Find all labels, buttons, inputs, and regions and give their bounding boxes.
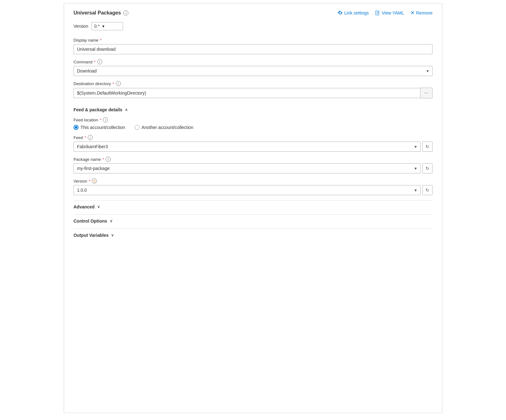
output-variables-chevron-icon: ∨ (111, 233, 114, 237)
command-group: Command * i Download Publish ▾ (74, 59, 432, 76)
version-value: 0.* (94, 24, 100, 29)
feed-location-another-account[interactable]: Another account/collection (135, 125, 193, 130)
package-version-refresh-icon: ↻ (426, 188, 429, 193)
remove-button[interactable]: ✕ Remove (410, 10, 432, 16)
feed-package-details-section-header[interactable]: Feed & package details ∧ (74, 103, 432, 116)
link-settings-button[interactable]: Link settings (338, 10, 369, 15)
control-options-label: Control Options (74, 219, 107, 224)
destination-directory-browse-button[interactable]: ··· (420, 88, 432, 98)
feed-refresh-icon: ↻ (426, 144, 429, 149)
output-variables-label: Output Variables (74, 233, 109, 238)
header-actions: Link settings View YAML ✕ Remove (338, 10, 432, 16)
view-yaml-button[interactable]: View YAML (375, 10, 404, 15)
package-name-refresh-button[interactable]: ↻ (422, 163, 432, 173)
dest-dir-info-icon[interactable]: i (116, 81, 121, 86)
feed-location-group: Feed location * i This account/collectio… (74, 117, 432, 130)
feed-package-details-label: Feed & package details (74, 107, 122, 112)
package-version-group: Version * ⚠ 1.0.0 ▾ ↻ (74, 178, 432, 195)
view-yaml-label: View YAML (382, 10, 404, 15)
package-version-row: 1.0.0 ▾ ↻ (74, 185, 432, 195)
destination-directory-label: Destination directory * i (74, 81, 432, 86)
feed-select[interactable]: FabrikamFiber3 (74, 142, 421, 152)
feed-location-another-account-radio[interactable] (135, 125, 140, 130)
output-variables-section-header[interactable]: Output Variables ∨ (74, 229, 432, 242)
command-select-wrapper: Download Publish ▾ (74, 66, 432, 76)
version-row-label: Version (74, 24, 88, 29)
advanced-label: Advanced (74, 204, 95, 209)
control-options-section-header[interactable]: Control Options ∨ (74, 214, 432, 227)
package-name-select-wrapper: my-first-package ▾ (74, 163, 421, 173)
link-settings-label: Link settings (344, 10, 369, 15)
display-name-group: Display name * (74, 38, 432, 54)
remove-label: Remove (416, 10, 432, 15)
package-version-refresh-button[interactable]: ↻ (422, 185, 432, 195)
display-name-label: Display name * (74, 38, 432, 43)
package-version-label: Version * ⚠ (74, 178, 432, 184)
package-name-row: my-first-package ▾ ↻ (74, 163, 432, 173)
version-select[interactable]: 0.* ▾ (91, 22, 123, 30)
feed-location-label: Feed location * i (74, 117, 432, 122)
title-info-icon[interactable]: i (123, 10, 128, 15)
package-version-select-wrapper: 1.0.0 ▾ (74, 185, 421, 195)
feed-location-this-account-label: This account/collection (80, 125, 125, 130)
control-options-chevron-icon: ∨ (110, 219, 113, 223)
feed-location-another-account-label: Another account/collection (142, 125, 193, 130)
package-name-label: Package name * i (74, 157, 432, 162)
command-info-icon[interactable]: i (97, 59, 102, 64)
destination-directory-input[interactable] (74, 88, 420, 98)
feed-group: Feed * i FabrikamFiber3 ▾ ↻ (74, 135, 432, 152)
advanced-section-header[interactable]: Advanced ∨ (74, 200, 432, 213)
dest-dir-required: * (113, 81, 114, 86)
advanced-chevron-icon: ∨ (97, 205, 100, 209)
package-name-select[interactable]: my-first-package (74, 163, 421, 173)
package-name-required: * (103, 157, 104, 162)
remove-x-icon: ✕ (410, 10, 415, 16)
package-name-group: Package name * i my-first-package ▾ ↻ (74, 157, 432, 173)
ellipsis-icon: ··· (424, 90, 428, 96)
display-name-required: * (100, 38, 102, 43)
page-title: Universal Packages (74, 10, 121, 16)
version-row: Version 0.* ▾ (74, 22, 432, 30)
link-icon (338, 10, 343, 15)
feed-location-this-account-dot (75, 126, 77, 129)
version-chevron-icon: ▾ (102, 24, 104, 29)
command-select[interactable]: Download Publish (74, 66, 432, 76)
feed-row: FabrikamFiber3 ▾ ↻ (74, 142, 432, 152)
feed-location-radio-group: This account/collection Another account/… (74, 125, 432, 130)
feed-label: Feed * i (74, 135, 432, 140)
feed-location-info-icon[interactable]: i (103, 117, 108, 122)
feed-package-details-chevron-icon: ∧ (125, 108, 128, 112)
package-version-required: * (89, 179, 90, 184)
destination-directory-group: Destination directory * i ··· (74, 81, 432, 98)
package-name-refresh-icon: ↻ (426, 166, 429, 171)
feed-refresh-button[interactable]: ↻ (422, 142, 432, 152)
feed-info-icon[interactable]: i (88, 135, 93, 140)
feed-location-this-account[interactable]: This account/collection (74, 125, 125, 130)
package-name-info-icon[interactable]: i (106, 157, 111, 162)
display-name-input[interactable] (74, 44, 432, 54)
command-label: Command * i (74, 59, 432, 64)
header: Universal Packages i Link settings View … (74, 10, 432, 16)
header-left: Universal Packages i (74, 10, 128, 16)
destination-directory-row: ··· (74, 88, 432, 98)
package-version-warning-icon[interactable]: ⚠ (92, 178, 97, 184)
feed-select-wrapper: FabrikamFiber3 ▾ (74, 142, 421, 152)
main-container: Universal Packages i Link settings View … (64, 3, 442, 413)
command-required: * (94, 60, 96, 64)
feed-location-this-account-radio[interactable] (74, 125, 79, 130)
yaml-icon (375, 10, 380, 15)
feed-required: * (85, 135, 86, 140)
feed-location-required: * (100, 118, 101, 122)
package-version-select[interactable]: 1.0.0 (74, 185, 421, 195)
